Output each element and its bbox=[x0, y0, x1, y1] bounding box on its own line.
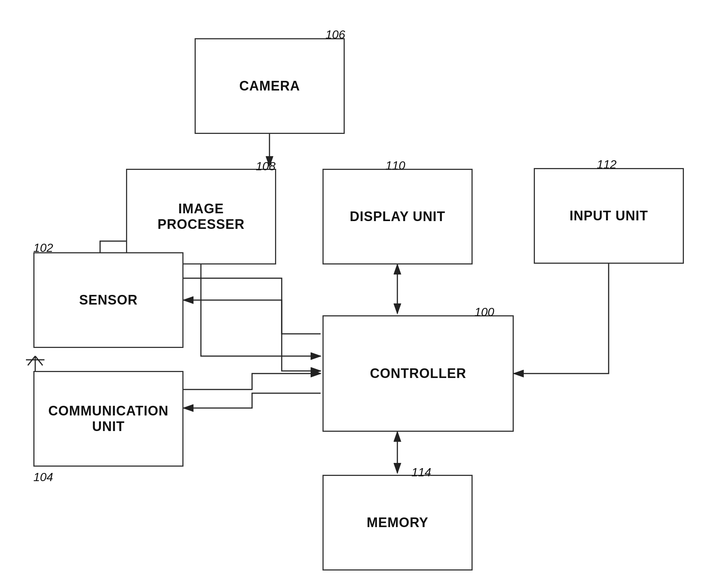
diagram: CAMERA 106 IMAGE PROCESSER 108 DISPLAY U… bbox=[0, 0, 728, 582]
input-unit-label: INPUT UNIT bbox=[570, 208, 648, 224]
image-processer-block: IMAGE PROCESSER bbox=[126, 169, 276, 264]
controller-label: CONTROLLER bbox=[370, 366, 466, 381]
sensor-ref: 102 bbox=[33, 241, 53, 255]
memory-label: MEMORY bbox=[367, 515, 428, 530]
svg-line-8 bbox=[35, 356, 43, 365]
sensor-label: SENSOR bbox=[79, 292, 138, 308]
controller-ref: 100 bbox=[474, 305, 494, 319]
communication-unit-block: COMMUNICATION UNIT bbox=[33, 371, 183, 467]
camera-block: CAMERA bbox=[195, 38, 345, 134]
input-unit-ref: 112 bbox=[597, 158, 616, 171]
camera-ref: 106 bbox=[325, 28, 345, 42]
display-unit-block: DISPLAY UNIT bbox=[322, 169, 473, 264]
image-processer-ref: 108 bbox=[256, 160, 275, 173]
input-unit-block: INPUT UNIT bbox=[534, 168, 684, 264]
memory-block: MEMORY bbox=[322, 475, 473, 571]
memory-ref: 114 bbox=[411, 466, 431, 479]
camera-label: CAMERA bbox=[239, 78, 300, 94]
controller-block: CONTROLLER bbox=[322, 315, 514, 432]
communication-unit-ref: 104 bbox=[33, 470, 53, 484]
svg-line-7 bbox=[28, 356, 35, 365]
communication-unit-label: COMMUNICATION UNIT bbox=[48, 403, 168, 434]
sensor-block: SENSOR bbox=[33, 252, 183, 348]
display-unit-label: DISPLAY UNIT bbox=[350, 209, 445, 224]
display-unit-ref: 110 bbox=[385, 159, 405, 172]
image-processer-label: IMAGE PROCESSER bbox=[158, 201, 245, 232]
